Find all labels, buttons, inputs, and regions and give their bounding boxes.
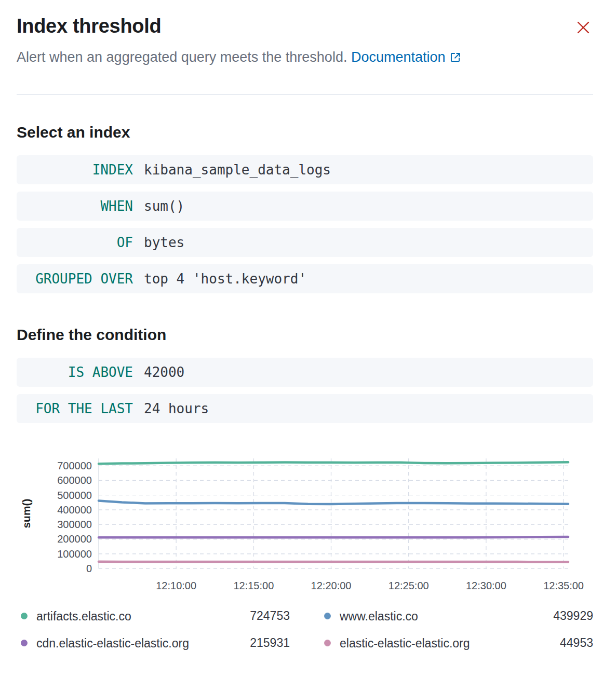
expression-row-of[interactable]: OF bytes: [17, 228, 593, 257]
svg-text:12:30:00: 12:30:00: [466, 580, 506, 591]
legend-series-value: 439929: [553, 609, 593, 623]
define-condition-heading: Define the condition: [17, 326, 593, 344]
expression-label: WHEN: [29, 198, 133, 214]
divider: [17, 94, 593, 95]
flyout-header: Index threshold: [17, 15, 593, 38]
svg-text:12:35:00: 12:35:00: [543, 580, 584, 591]
legend-series-value: 44953: [560, 636, 593, 650]
chart-legend: artifacts.elastic.co 724753 www.elastic.…: [17, 608, 593, 651]
series-color-dot: [324, 613, 331, 619]
legend-series-value: 724753: [250, 609, 290, 623]
legend-series-value: 215931: [250, 636, 290, 650]
legend-item: elastic-elastic-elastic.org 44953: [320, 635, 593, 651]
index-threshold-flyout: Index threshold Alert when an aggregated…: [0, 0, 616, 672]
series-color-dot: [324, 640, 331, 646]
chart-svg: 0100000200000300000400000500000600000700…: [17, 453, 593, 601]
series-color-dot: [21, 613, 28, 619]
expression-value: 42000: [144, 364, 184, 380]
svg-text:200000: 200000: [57, 533, 92, 545]
legend-series-name: cdn.elastic-elastic-elastic.org: [36, 635, 189, 651]
legend-item: artifacts.elastic.co 724753: [17, 608, 290, 624]
close-button[interactable]: [573, 18, 593, 37]
condition-row-is-above[interactable]: IS ABOVE 42000: [17, 358, 593, 387]
legend-series-name: artifacts.elastic.co: [36, 608, 131, 624]
svg-text:12:20:00: 12:20:00: [311, 580, 352, 591]
index-expression-group: INDEX kibana_sample_data_logs WHEN sum()…: [17, 155, 593, 293]
expression-label: GROUPED OVER: [29, 271, 133, 287]
condition-expression-group: IS ABOVE 42000 FOR THE LAST 24 hours: [17, 358, 593, 423]
expression-value: top 4 'host.keyword': [144, 271, 306, 287]
flyout-subtitle: Alert when an aggregated query meets the…: [17, 48, 593, 66]
legend-item: www.elastic.co 439929: [320, 608, 593, 624]
svg-text:500000: 500000: [57, 489, 92, 500]
svg-text:12:15:00: 12:15:00: [233, 580, 274, 591]
svg-text:12:25:00: 12:25:00: [389, 580, 429, 591]
close-icon: [577, 21, 590, 34]
svg-text:12:10:00: 12:10:00: [156, 580, 196, 591]
subtitle-text: Alert when an aggregated query meets the…: [17, 49, 347, 65]
legend-series-name: www.elastic.co: [340, 608, 418, 624]
expression-label: INDEX: [29, 162, 133, 178]
expression-row-grouped-over[interactable]: GROUPED OVER top 4 'host.keyword': [17, 264, 593, 293]
svg-text:0: 0: [86, 563, 92, 574]
threshold-preview-chart: 0100000200000300000400000500000600000700…: [17, 453, 593, 601]
legend-series-name: elastic-elastic-elastic.org: [340, 635, 470, 651]
documentation-link[interactable]: Documentation: [351, 49, 461, 65]
expression-row-index[interactable]: INDEX kibana_sample_data_logs: [17, 155, 593, 184]
svg-text:sum(): sum(): [20, 498, 32, 528]
svg-text:400000: 400000: [57, 504, 92, 516]
svg-text:100000: 100000: [57, 548, 92, 559]
external-link-icon: [446, 49, 461, 65]
expression-label: OF: [29, 235, 133, 250]
expression-value: sum(): [144, 198, 184, 214]
legend-item: cdn.elastic-elastic-elastic.org 215931: [17, 635, 290, 651]
select-index-heading: Select an index: [17, 123, 593, 142]
expression-value: bytes: [144, 235, 184, 250]
svg-text:700000: 700000: [57, 460, 92, 471]
series-color-dot: [21, 640, 28, 646]
svg-text:300000: 300000: [57, 519, 92, 530]
expression-label: IS ABOVE: [29, 364, 133, 380]
expression-label: FOR THE LAST: [29, 401, 133, 416]
svg-text:600000: 600000: [57, 475, 92, 486]
condition-row-for-the-last[interactable]: FOR THE LAST 24 hours: [17, 394, 593, 423]
expression-value: kibana_sample_data_logs: [144, 162, 331, 178]
expression-value: 24 hours: [144, 401, 209, 416]
expression-row-when[interactable]: WHEN sum(): [17, 192, 593, 221]
page-title: Index threshold: [17, 15, 161, 38]
